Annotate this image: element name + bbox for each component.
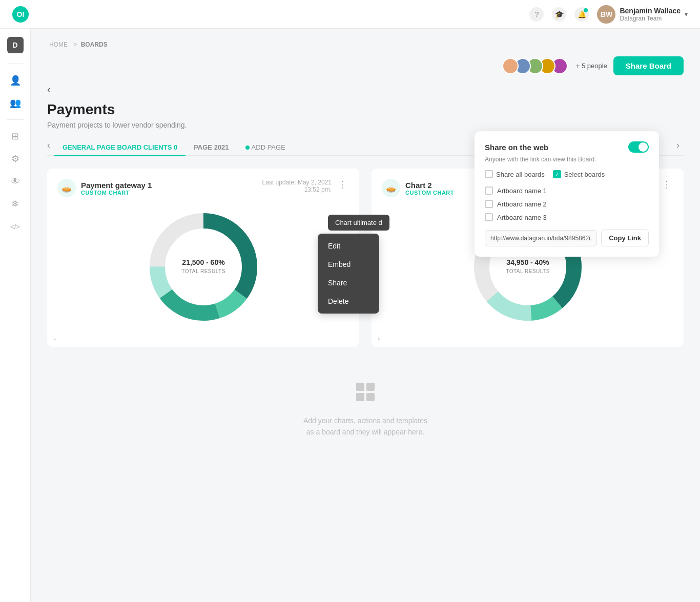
main-content: HOME > BOARDS + 5 people Share Board ‹ P…	[31, 29, 700, 602]
avatar-stack	[502, 58, 568, 74]
context-menu-delete[interactable]: Delete	[318, 292, 379, 310]
artboard-item-2[interactable]: Artboard name 2	[485, 200, 649, 208]
share-link-row: Copy Link	[485, 230, 649, 246]
share-board-button[interactable]: Share Board	[613, 56, 684, 75]
tabs-forward-arrow[interactable]: ›	[672, 140, 684, 155]
notification-icon[interactable]: 🔔	[574, 7, 589, 22]
add-dot-icon	[245, 146, 250, 150]
chart-card-1: 🥧 Payment gateway 1 CUSTOM CHART Last up…	[47, 169, 359, 347]
chart-2-corner: ⌞	[378, 334, 381, 341]
context-menu: Edit Embed Share Delete	[318, 234, 379, 314]
select-boards-label[interactable]: ✓ Select boards	[553, 170, 605, 178]
user-team: Datagran Team	[620, 15, 681, 22]
chart-1-menu-button[interactable]: ⋮	[336, 179, 349, 190]
svg-point-5	[173, 236, 234, 298]
share-overlay: Share on the web Anyone with the link ca…	[475, 131, 659, 257]
empty-state-text: Add your charts, actions and templates a…	[47, 415, 684, 438]
chart-2-menu-button[interactable]: ⋮	[660, 179, 673, 190]
avatar: BW	[597, 5, 615, 24]
back-button[interactable]: ‹	[47, 84, 51, 95]
svg-rect-17	[356, 393, 364, 401]
avatar-1	[502, 58, 519, 74]
tab-add-page[interactable]: ADD PAGE	[237, 139, 294, 155]
artboard-3-checkbox[interactable]	[485, 213, 493, 221]
share-bar: + 5 people Share Board	[47, 56, 684, 75]
chevron-down-icon: ▾	[685, 11, 688, 18]
context-menu-share[interactable]: Share	[318, 274, 379, 292]
chart-2-icon: 🥧	[382, 179, 400, 197]
graduation-icon[interactable]: 🎓	[552, 7, 566, 22]
sidebar-item-person[interactable]: 👤	[5, 70, 26, 91]
chart-1-last-update: Last update: May 2, 2021 13:52 pm.	[262, 179, 332, 193]
sidebar-divider	[7, 64, 24, 64]
artboard-item-3[interactable]: Artboard name 3	[485, 213, 649, 221]
sidebar-item-code[interactable]: </>	[5, 216, 26, 237]
svg-text:34,950 - 40%: 34,950 - 40%	[506, 258, 549, 266]
svg-text:TOTAL RESULTS: TOTAL RESULTS	[181, 268, 225, 274]
share-overlay-header: Share on the web	[485, 141, 649, 153]
share-overlay-title: Share on the web	[485, 143, 548, 152]
chart-1-title: Payment gateway 1	[81, 181, 152, 190]
sidebar: D 👤 👥 ⊞ ⚙ 👁 ❄ </>	[0, 29, 31, 602]
chart-1-header: 🥧 Payment gateway 1 CUSTOM CHART Last up…	[57, 179, 349, 197]
page-title: Payments	[47, 101, 684, 118]
svg-text:21,500 - 60%: 21,500 - 60%	[182, 258, 225, 266]
svg-rect-15	[356, 383, 364, 391]
chart-2-titles: Chart 2 CUSTOM CHART	[405, 181, 454, 196]
workspace-avatar[interactable]: D	[7, 37, 24, 53]
chart-1-corner: ⌞	[53, 334, 56, 341]
empty-state: Add your charts, actions and templates a…	[47, 359, 684, 459]
share-description: Anyone with the link can view this Board…	[485, 156, 649, 163]
tab-page-2021[interactable]: PAGE 2021	[186, 139, 237, 156]
help-icon[interactable]: ?	[529, 7, 544, 22]
artboard-2-checkbox[interactable]	[485, 200, 493, 208]
top-navigation: OI ? 🎓 🔔 BW Benjamin Wallace Datagran Te…	[0, 0, 700, 29]
share-all-boards-checkbox[interactable]	[485, 170, 493, 178]
user-text: Benjamin Wallace Datagran Team	[620, 7, 681, 22]
chart-2-title-group: 🥧 Chart 2 CUSTOM CHART	[382, 179, 454, 197]
page-subtitle: Payment projects to lower vendor spendin…	[47, 121, 684, 129]
artboard-1-checkbox[interactable]	[485, 186, 493, 195]
sidebar-item-board[interactable]: ⊞	[5, 126, 26, 147]
chart-1-donut: 21,500 - 60% TOTAL RESULTS	[57, 205, 349, 328]
chart-tooltip: Chart ultimate d	[328, 215, 389, 231]
artboard-item-1[interactable]: Artboard name 1	[485, 186, 649, 195]
share-toggle[interactable]	[628, 141, 649, 153]
chart-1-subtitle: CUSTOM CHART	[81, 190, 152, 196]
artboard-list: Artboard name 1 Artboard name 2 Artboard…	[485, 186, 649, 221]
chart-1-title-group: 🥧 Payment gateway 1 CUSTOM CHART	[57, 179, 152, 197]
notification-dot	[584, 8, 588, 12]
context-menu-edit[interactable]: Edit	[318, 237, 379, 255]
empty-state-icon	[47, 380, 684, 409]
people-count: + 5 people	[576, 62, 607, 70]
topnav-right: ? 🎓 🔔 BW Benjamin Wallace Datagran Team …	[529, 5, 688, 24]
svg-rect-18	[366, 393, 375, 401]
sidebar-divider-2	[7, 119, 24, 120]
tabs-back-arrow[interactable]: ‹	[47, 140, 54, 155]
context-menu-embed[interactable]: Embed	[318, 255, 379, 274]
share-link-input[interactable]	[485, 230, 597, 246]
sidebar-item-snowflake[interactable]: ❄	[5, 194, 26, 214]
sidebar-item-team[interactable]: 👥	[5, 93, 26, 113]
chart-2-subtitle: CUSTOM CHART	[405, 190, 454, 196]
svg-rect-16	[366, 383, 375, 391]
share-boards-row: Share all boards ✓ Select boards	[485, 170, 649, 178]
sidebar-item-analytics[interactable]: 👁	[5, 171, 26, 192]
sidebar-item-integrations[interactable]: ⚙	[5, 149, 26, 169]
svg-text:TOTAL RESULTS: TOTAL RESULTS	[506, 268, 550, 274]
app-logo: OI	[12, 6, 29, 23]
chart-1-titles: Payment gateway 1 CUSTOM CHART	[81, 181, 152, 196]
tab-general-page[interactable]: GENERAL PAGE BOARD CLIENTS 0	[54, 139, 186, 156]
copy-link-button[interactable]: Copy Link	[601, 230, 649, 246]
user-profile[interactable]: BW Benjamin Wallace Datagran Team ▾	[597, 5, 688, 24]
share-all-boards-label[interactable]: Share all boards	[485, 170, 545, 178]
breadcrumb: HOME > BOARDS	[47, 41, 684, 48]
chart-2-title: Chart 2	[405, 181, 454, 190]
user-name: Benjamin Wallace	[620, 7, 681, 15]
select-boards-checkbox[interactable]: ✓	[553, 170, 561, 178]
chart-1-icon: 🥧	[57, 179, 76, 197]
